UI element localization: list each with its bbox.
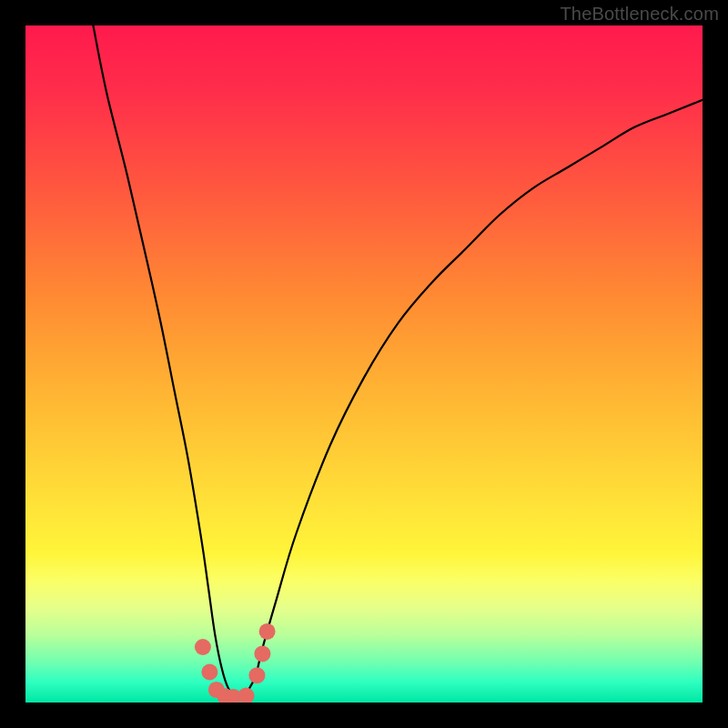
marker-dot xyxy=(259,623,276,640)
marker-dot xyxy=(201,664,217,681)
marker-dot xyxy=(254,645,270,662)
chart-frame xyxy=(25,25,703,703)
marker-dot xyxy=(195,639,211,655)
marker-dot xyxy=(248,667,265,683)
bottleneck-chart xyxy=(25,25,703,703)
watermark-text: TheBottleneck.com xyxy=(560,4,719,25)
chart-background xyxy=(25,25,703,703)
